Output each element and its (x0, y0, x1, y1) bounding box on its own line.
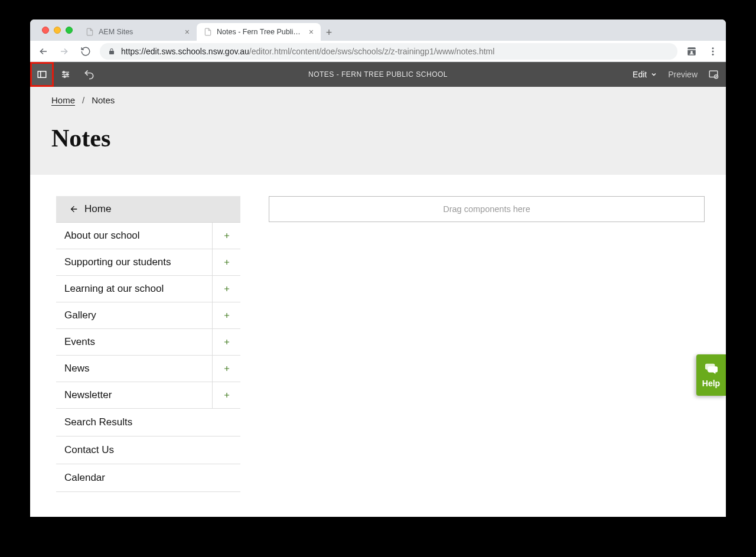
edit-mode-dropdown[interactable]: Edit (633, 70, 657, 79)
nav-item[interactable]: Contact Us (56, 437, 240, 464)
help-widget[interactable]: Help (696, 354, 726, 396)
nav-item[interactable]: Newsletter (56, 382, 240, 409)
tab-strip: AEM Sites × Notes - Fern Tree Public Sch… (30, 19, 726, 41)
window-minimize-button[interactable] (54, 27, 61, 34)
preview-button[interactable]: Preview (668, 70, 698, 79)
svg-point-11 (67, 74, 69, 76)
arrow-left-icon (69, 204, 79, 214)
url-input[interactable]: https://edit.sws.schools.nsw.gov.au/edit… (100, 43, 677, 60)
tab-label: Notes - Fern Tree Public Schoo (217, 28, 304, 36)
nav-item[interactable]: Events (56, 329, 240, 356)
page-title: Notes (30, 105, 726, 175)
kebab-menu-icon[interactable] (706, 44, 720, 58)
svg-point-3 (712, 50, 714, 52)
nav-item-label: Search Results (56, 409, 240, 436)
nav-item-label: About our school (56, 223, 212, 249)
forward-button[interactable] (57, 44, 71, 58)
browser-tab[interactable]: AEM Sites × (79, 23, 197, 41)
nav-item[interactable]: Search Results (56, 409, 240, 437)
svg-point-10 (63, 71, 65, 73)
browser-tab-active[interactable]: Notes - Fern Tree Public Schoo × (197, 23, 321, 41)
page-content: Home / Notes Notes Home About our school… (30, 87, 726, 517)
nav-item[interactable]: Calendar (56, 464, 240, 492)
svg-point-4 (712, 53, 714, 55)
editor-page-title: NOTES - FERN TREE PUBLIC SCHOOL (30, 70, 726, 79)
svg-rect-5 (38, 71, 46, 78)
nav-item-label: News (56, 356, 212, 382)
page-info-button[interactable] (708, 62, 719, 87)
window-traffic-lights (36, 19, 79, 41)
breadcrumb: Home / Notes (51, 95, 705, 105)
nav-item[interactable]: About our school (56, 223, 240, 249)
expand-icon[interactable] (212, 249, 240, 275)
svg-point-2 (712, 47, 714, 49)
nav-item-label: Supporting our students (56, 249, 212, 275)
breadcrumb-separator: / (82, 95, 84, 105)
nav-item-label: Events (56, 329, 212, 355)
page-properties-button[interactable] (54, 62, 77, 87)
nav-item[interactable]: News (56, 356, 240, 382)
nav-item-label: Contact Us (56, 437, 240, 464)
side-navigation: Home About our schoolSupporting our stud… (56, 196, 240, 517)
nav-item[interactable]: Gallery (56, 302, 240, 329)
nav-home-link[interactable]: Home (56, 196, 240, 223)
main-column: Drag components here (269, 196, 705, 517)
component-dropzone[interactable]: Drag components here (269, 196, 705, 222)
svg-point-12 (64, 76, 66, 77)
expand-icon[interactable] (212, 356, 240, 382)
nav-item[interactable]: Learning at our school (56, 276, 240, 302)
nav-item-label: Calendar (56, 464, 240, 491)
chat-icon (704, 362, 718, 375)
file-icon (204, 28, 212, 36)
editor-toolbar: NOTES - FERN TREE PUBLIC SCHOOL Edit Pre… (30, 62, 726, 87)
back-button[interactable] (36, 44, 50, 58)
help-label: Help (702, 379, 720, 388)
expand-icon[interactable] (212, 382, 240, 408)
close-icon[interactable]: × (309, 27, 314, 37)
nav-item-label: Gallery (56, 302, 212, 328)
toggle-side-panel-button[interactable] (30, 62, 54, 87)
file-icon (86, 28, 94, 36)
address-bar: https://edit.sws.schools.nsw.gov.au/edit… (30, 41, 726, 62)
window-fullscreen-button[interactable] (66, 27, 73, 34)
window-close-button[interactable] (42, 27, 49, 34)
chevron-down-icon (650, 71, 657, 78)
close-icon[interactable]: × (185, 27, 190, 37)
expand-icon[interactable] (212, 329, 240, 355)
url-text: https://edit.sws.schools.nsw.gov.au/edit… (121, 47, 494, 56)
breadcrumb-home[interactable]: Home (51, 95, 75, 105)
account-icon[interactable] (685, 44, 699, 58)
breadcrumb-current: Notes (92, 95, 115, 105)
reload-button[interactable] (79, 44, 93, 58)
new-tab-button[interactable]: + (321, 24, 337, 41)
expand-icon[interactable] (212, 276, 240, 302)
lock-icon (108, 48, 115, 55)
expand-icon[interactable] (212, 223, 240, 249)
browser-window: AEM Sites × Notes - Fern Tree Public Sch… (30, 19, 726, 517)
nav-item-label: Learning at our school (56, 276, 212, 302)
nav-item[interactable]: Supporting our students (56, 249, 240, 276)
nav-item-label: Newsletter (56, 382, 212, 408)
nav-home-label: Home (84, 203, 111, 215)
undo-button[interactable] (77, 62, 101, 87)
expand-icon[interactable] (212, 302, 240, 328)
tab-label: AEM Sites (99, 28, 180, 36)
